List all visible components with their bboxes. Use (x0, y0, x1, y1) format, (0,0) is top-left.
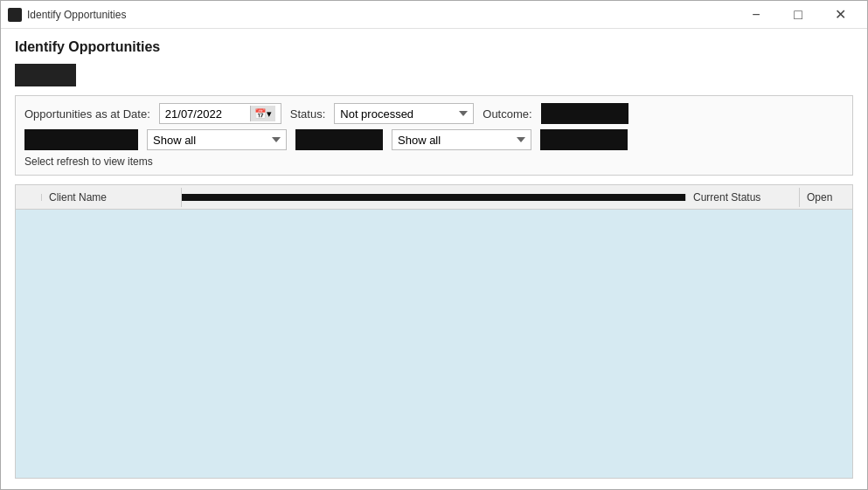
grid-header: Client Name Current Status Open (16, 185, 852, 210)
main-content: Identify Opportunities Opportunities as … (1, 29, 867, 489)
filter-area: Opportunities as at Date: 21/07/2022 📅▾ … (15, 95, 853, 176)
show-all-left-select[interactable]: Show all (147, 129, 287, 150)
toolbar-button-1[interactable] (15, 64, 76, 86)
filter-black-box-2[interactable] (295, 129, 383, 150)
calendar-button[interactable]: 📅▾ (250, 106, 275, 121)
filter-black-box-3 (540, 129, 628, 150)
title-bar-left: Identify Opportunities (8, 8, 126, 22)
page-title: Identify Opportunities (15, 39, 853, 55)
status-label: Status: (290, 107, 325, 121)
data-grid: Client Name Current Status Open (15, 184, 853, 479)
window-title: Identify Opportunities (27, 9, 126, 21)
window-controls: − □ ✕ (736, 3, 860, 27)
close-button[interactable]: ✕ (820, 3, 860, 27)
show-all-right-select[interactable]: Show all (392, 129, 531, 150)
status-select[interactable]: Not processed Processed All (334, 103, 474, 124)
grid-body (16, 210, 852, 478)
outcome-black-box (541, 103, 628, 124)
col-header-open: Open (800, 188, 852, 207)
maximize-button[interactable]: □ (778, 3, 818, 27)
main-window: Identify Opportunities − □ ✕ Identify Op… (0, 0, 868, 490)
calendar-icon: 📅 (254, 108, 267, 120)
title-bar: Identify Opportunities − □ ✕ (1, 1, 867, 29)
refresh-hint: Select refresh to view items (24, 155, 844, 168)
date-label: Opportunities as at Date: (24, 107, 150, 121)
col-header-check (16, 194, 42, 201)
filter-black-box-1 (24, 129, 138, 150)
col-header-middle (182, 194, 686, 201)
filter-row-2: Show all Show all (24, 129, 844, 150)
col-header-current-status: Current Status (686, 188, 800, 207)
date-value: 21/07/2022 (165, 107, 247, 121)
filter-row-1: Opportunities as at Date: 21/07/2022 📅▾ … (24, 103, 844, 124)
col-header-client-name: Client Name (42, 188, 182, 207)
date-input-container[interactable]: 21/07/2022 📅▾ (159, 103, 281, 124)
outcome-label: Outcome: (483, 107, 531, 121)
minimize-button[interactable]: − (736, 3, 776, 27)
app-icon (8, 8, 22, 22)
toolbar (15, 64, 853, 86)
